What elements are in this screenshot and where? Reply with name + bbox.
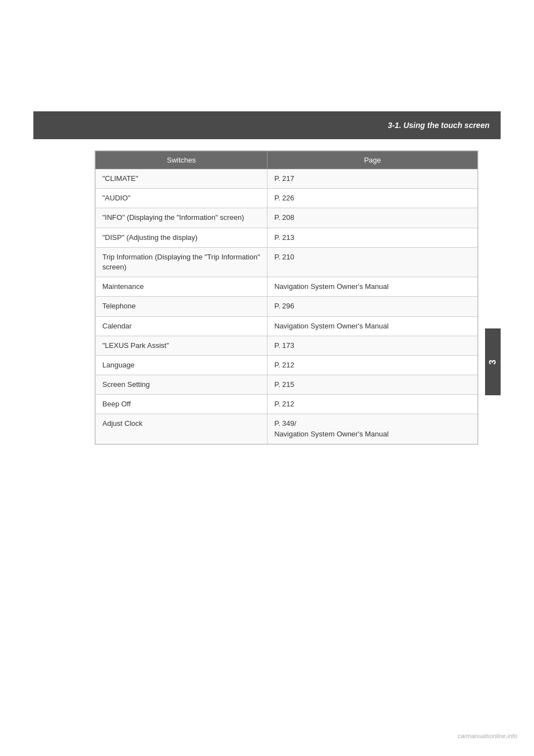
page-cell: P. 349/ Navigation System Owner's Manual [268,414,478,444]
page-cell: P. 213 [268,228,478,247]
page-cell: P. 226 [268,189,478,208]
page-cell: Navigation System Owner's Manual [268,316,478,336]
page-cell: P. 173 [268,336,478,355]
watermark-text: carmanualsonline.info [458,733,517,739]
header-title: 3-1. Using the touch screen [388,121,490,130]
switches-table: Switches Page "CLIMATE"P. 217"AUDIO"P. 2… [95,151,478,444]
table-row: "INFO" (Displaying the "Information" scr… [96,208,478,228]
switch-cell: "INFO" (Displaying the "Information" scr… [96,208,268,228]
bottom-bar: carmanualsonline.info [0,733,534,739]
table-row: "AUDIO"P. 226 [96,189,478,208]
page-cell: Navigation System Owner's Manual [268,277,478,297]
table-row: Beep OffP. 212 [96,395,478,414]
page-cell: P. 215 [268,375,478,395]
table-header-row: Switches Page [96,151,478,169]
switch-cell: Beep Off [96,395,268,414]
page-cell: P. 210 [268,247,478,277]
table-row: CalendarNavigation System Owner's Manual [96,316,478,336]
table-row: TelephoneP. 296 [96,297,478,316]
switch-cell: Telephone [96,297,268,316]
table-row: "CLIMATE"P. 217 [96,169,478,189]
table-row: MaintenanceNavigation System Owner's Man… [96,277,478,297]
table-row: "LEXUS Park Assist"P. 173 [96,336,478,355]
table-row: Adjust ClockP. 349/ Navigation System Ow… [96,414,478,444]
switches-column-header: Switches [96,151,268,169]
switch-cell: Trip Information (Displaying the "Trip I… [96,247,268,277]
table-row: Screen SettingP. 215 [96,375,478,395]
switch-cell: Calendar [96,316,268,336]
table-row: Trip Information (Displaying the "Trip I… [96,247,478,277]
switch-cell: "AUDIO" [96,189,268,208]
header-bar: 3-1. Using the touch screen [33,111,501,139]
page-cell: P. 217 [268,169,478,189]
switch-cell: "LEXUS Park Assist" [96,336,268,355]
page-cell: P. 208 [268,208,478,228]
switch-cell: Adjust Clock [96,414,268,444]
side-tab-label: 3 [488,360,498,365]
switch-cell: Language [96,355,268,375]
page-column-header: Page [268,151,478,169]
switch-cell: Maintenance [96,277,268,297]
page: 3-1. Using the touch screen 3 Switches P… [0,0,534,756]
page-cell: P. 212 [268,395,478,414]
table-row: LanguageP. 212 [96,355,478,375]
switch-cell: "DISP" (Adjusting the display) [96,228,268,247]
switch-cell: "CLIMATE" [96,169,268,189]
switch-cell: Screen Setting [96,375,268,395]
side-tab: 3 [485,328,501,395]
table-row: "DISP" (Adjusting the display)P. 213 [96,228,478,247]
page-cell: P. 296 [268,297,478,316]
page-cell: P. 212 [268,355,478,375]
main-table-container: Switches Page "CLIMATE"P. 217"AUDIO"P. 2… [95,150,478,445]
